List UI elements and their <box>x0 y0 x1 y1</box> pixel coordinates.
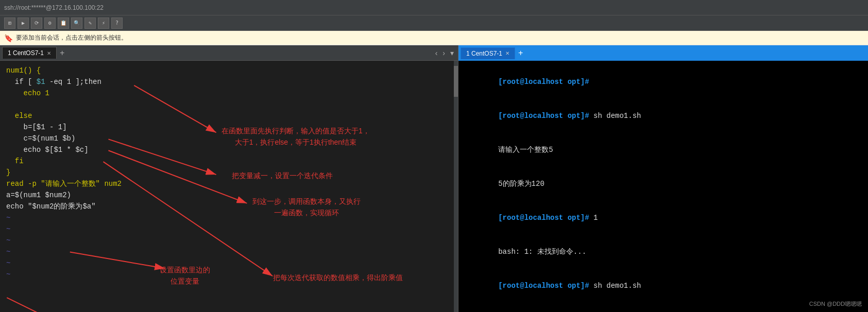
toolbar: ⊞ ▶ ⟳ ⚙ 📋 🔍 ✎ ⚡ ? <box>0 15 868 31</box>
term-output-4: 5的阶乘为120 <box>498 180 544 188</box>
right-tab-close[interactable]: ✕ <box>505 50 509 56</box>
left-tab-active[interactable]: 1 CentOS7-1 ✕ <box>2 47 57 59</box>
notification-bar: 🔖 要添加当前会话，点击左侧的箭头按钮。 <box>0 31 868 45</box>
notification-text: 要添加当前会话，点击左侧的箭头按钮。 <box>16 33 127 42</box>
left-tab-close[interactable]: ✕ <box>47 50 51 56</box>
right-tab-add[interactable]: + <box>515 47 526 59</box>
term-prompt-5: [root@localhost opt]# <box>498 214 589 222</box>
toolbar-btn-1[interactable]: ⊞ <box>4 18 15 29</box>
code-line-12: a=$(num1 $num2) <box>6 189 452 201</box>
code-line-18: ~ <box>6 257 452 269</box>
term-line-1: [root@localhost opt]# <box>464 65 863 99</box>
code-line-1: num1() { <box>6 65 452 76</box>
term-prompt-7: [root@localhost opt]# <box>498 282 589 290</box>
main-area: 1 CentOS7-1 ✕ + ‹ › ▾ num1() { if [ $1 -… <box>0 45 868 312</box>
scroll-thumb[interactable] <box>454 66 458 97</box>
left-tab-label: 1 CentOS7-1 <box>8 49 44 57</box>
code-line-17: ~ <box>6 246 452 257</box>
term-cmd-5: 1 <box>589 214 598 222</box>
code-line-11: read -p "请输入一个整数" num2 <box>6 178 452 189</box>
right-tab-active[interactable]: 1 CentOS7-1 ✕ <box>461 47 515 59</box>
term-line-3: 请输入一个整数5 <box>464 133 863 167</box>
code-line-10: } <box>6 167 452 178</box>
tab-nav: ‹ › ▾ <box>433 48 456 58</box>
code-line-13: echo "$num2的阶乘为$a" <box>6 201 452 212</box>
right-tab-bar: 1 CentOS7-1 ✕ + <box>458 45 868 61</box>
code-lines: num1() { if [ $1 -eq 1 ];then echo 1 els… <box>6 65 452 280</box>
tab-nav-prev[interactable]: ‹ <box>433 48 440 58</box>
code-line-15: ~ <box>6 223 452 235</box>
term-prompt-1: [root@localhost opt]# <box>498 78 589 86</box>
toolbar-btn-4[interactable]: ⚙ <box>44 18 56 29</box>
term-cmd-7: sh demo1.sh <box>589 282 641 290</box>
code-line-2: if [ $1 -eq 1 ];then <box>6 76 452 88</box>
title-bar-text: ssh://root:******@172.16.100.100:22 <box>4 4 104 11</box>
code-line-5: else <box>6 110 452 122</box>
term-prompt-2: [root@localhost opt]# <box>498 112 589 120</box>
code-line-3: echo 1 <box>6 88 452 99</box>
toolbar-btn-7[interactable]: ✎ <box>84 18 96 29</box>
toolbar-btn-2[interactable]: ▶ <box>18 18 29 29</box>
code-line-8: echo $[$1 * $c] <box>6 144 452 155</box>
term-line-6: bash: 1: 未找到命令... <box>464 235 863 269</box>
left-tab-add[interactable]: + <box>57 47 67 59</box>
right-tab-label: 1 CentOS7-1 <box>466 50 502 57</box>
term-line-8: 请输入一个整数6 <box>464 303 863 312</box>
term-line-7: [root@localhost opt]# sh demo1.sh <box>464 269 863 303</box>
toolbar-btn-8[interactable]: ⚡ <box>98 18 109 29</box>
left-tab-bar: 1 CentOS7-1 ✕ + ‹ › ▾ <box>0 45 458 61</box>
term-line-4: 5的阶乘为120 <box>464 167 863 201</box>
svg-line-7 <box>7 298 62 312</box>
code-line-6: b=[$1 - 1] <box>6 122 452 133</box>
term-line-5: [root@localhost opt]# 1 <box>464 201 863 235</box>
term-output-3: 请输入一个整数5 <box>498 146 553 154</box>
toolbar-btn-6[interactable]: 🔍 <box>71 18 82 29</box>
terminal-area: [root@localhost opt]# [root@localhost op… <box>458 61 868 312</box>
term-error-6: bash: 1: 未找到命令... <box>498 248 586 256</box>
tab-nav-dropdown[interactable]: ▾ <box>448 48 456 58</box>
title-bar: ssh://root:******@172.16.100.100:22 <box>0 0 868 15</box>
term-cmd-2: sh demo1.sh <box>589 112 641 120</box>
scrollbar[interactable] <box>454 61 458 312</box>
code-line-16: ~ <box>6 235 452 246</box>
watermark: CSDN @DDD嗯嗯嗯 <box>809 300 862 308</box>
toolbar-btn-3[interactable]: ⟳ <box>31 18 42 29</box>
code-line-4 <box>6 99 452 110</box>
left-panel: 1 CentOS7-1 ✕ + ‹ › ▾ num1() { if [ $1 -… <box>0 45 458 312</box>
code-line-19: ~ <box>6 269 452 280</box>
code-line-7: c=$(num1 $b) <box>6 133 452 144</box>
toolbar-btn-5[interactable]: 📋 <box>58 18 69 29</box>
bookmark-icon: 🔖 <box>4 34 13 42</box>
term-line-2: [root@localhost opt]# sh demo1.sh <box>464 99 863 133</box>
code-line-9: fi <box>6 155 452 167</box>
toolbar-icons: ⊞ ▶ ⟳ ⚙ 📋 🔍 ✎ ⚡ ? <box>4 18 123 29</box>
toolbar-btn-9[interactable]: ? <box>111 18 123 29</box>
code-area: num1() { if [ $1 -eq 1 ];then echo 1 els… <box>0 61 458 312</box>
code-line-14: ~ <box>6 212 452 223</box>
tab-nav-next[interactable]: › <box>440 48 447 58</box>
right-panel: 1 CentOS7-1 ✕ + [root@localhost opt]# [r… <box>458 45 868 312</box>
